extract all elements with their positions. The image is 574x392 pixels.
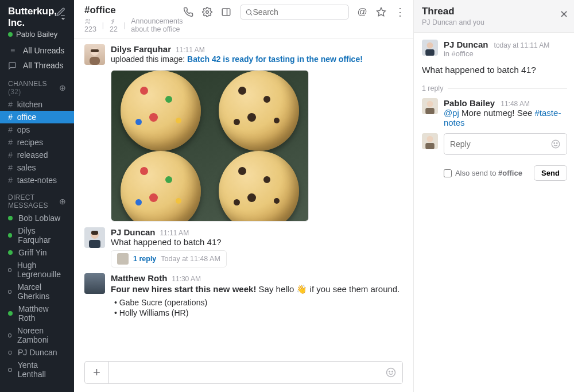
emoji-icon[interactable] [550, 139, 561, 149]
presence-offline-icon [8, 333, 11, 337]
close-icon[interactable]: ✕ [560, 8, 568, 21]
message: PJ Duncan 11:11 AM What happened to batc… [74, 225, 413, 271]
presence-offline-icon [8, 368, 12, 372]
dm-item[interactable]: Matthew Roth [0, 302, 74, 324]
attachment-link[interactable]: Batch 42 is ready for tasting in the new… [187, 55, 363, 64]
avatar [117, 253, 129, 265]
star-icon[interactable] [376, 7, 386, 17]
hash-icon: # [8, 125, 13, 134]
thread-channel-link[interactable]: #office [452, 49, 474, 58]
channel-title[interactable]: #office [84, 5, 183, 16]
thread-panel: Thread PJ Duncan and you ✕ PJ Duncan tod… [414, 0, 574, 392]
all-threads-button[interactable]: All Threads [0, 58, 74, 73]
avatar[interactable] [84, 44, 105, 65]
channel-item-ops[interactable]: #ops [0, 123, 74, 136]
dm-label: Yenta Lenthall [18, 360, 66, 379]
channel-label: taste-notes [17, 176, 57, 185]
dm-item[interactable]: Bob Loblaw [0, 212, 74, 224]
message-composer: + [74, 355, 413, 392]
dm-item[interactable]: Hugh Legrenouille [0, 259, 74, 281]
channel-label: released [17, 150, 48, 160]
message-text-bold: Four new hires start this new week! [111, 284, 256, 294]
channel-label: recipes [17, 138, 43, 147]
channel-item-released[interactable]: #released [0, 149, 74, 161]
also-send-checkbox[interactable]: Also send to #office [444, 169, 522, 177]
message-author[interactable]: Matthew Roth [111, 273, 167, 283]
hash-icon: # [8, 112, 13, 122]
dm-label: Bob Loblaw [18, 214, 60, 223]
attach-button[interactable]: + [84, 361, 108, 384]
members-count[interactable]: 223 [84, 17, 96, 33]
call-icon[interactable] [183, 7, 193, 17]
channel-item-sales[interactable]: #sales [0, 161, 74, 174]
main-column: #office 223 | 22 | Announcements about t… [74, 0, 414, 392]
message-author[interactable]: Dilys Farquhar [111, 44, 171, 54]
send-button[interactable]: Send [534, 165, 567, 181]
reply-text: More nutmeg! See [459, 108, 535, 118]
thread-root-text: What happened to batch 41? [422, 64, 567, 79]
hash-icon: # [8, 150, 13, 160]
dm-item[interactable]: Griff Yin [0, 246, 74, 259]
message-author[interactable]: PJ Duncan [111, 227, 156, 237]
hash-icon: # [8, 163, 13, 172]
thread-author[interactable]: PJ Duncan [444, 40, 488, 49]
image-attachment[interactable] [111, 70, 309, 222]
dm-item[interactable]: Marcel Gherkins [0, 281, 74, 302]
thread-title: Thread [422, 6, 567, 17]
panel-icon[interactable] [221, 7, 231, 17]
emoji-icon[interactable] [385, 367, 397, 378]
channel-item-recipes[interactable]: #recipes [0, 136, 74, 149]
dm-label: Griff Yin [18, 248, 47, 257]
avatar[interactable] [84, 227, 105, 248]
pins-count[interactable]: 22 [110, 17, 118, 33]
compose-icon[interactable] [56, 7, 66, 17]
channel-item-taste-notes[interactable]: #taste-notes [0, 174, 74, 187]
reply-input[interactable] [450, 139, 550, 149]
svg-point-24 [556, 143, 557, 144]
add-channel-icon[interactable]: ⊕ [59, 83, 66, 92]
hash-icon: # [8, 100, 13, 109]
bullet-item: Gabe Sucre (operations) [119, 298, 207, 307]
all-unreads-button[interactable]: ≡ All Unreads [0, 43, 74, 58]
dm-item[interactable]: Dilys Farquhar [0, 224, 74, 246]
reply-time: Today at 11:48 AM [161, 255, 220, 263]
avatar[interactable] [84, 273, 105, 294]
thread-root-message: PJ Duncan today at 11:11 AM in #office [422, 40, 567, 58]
mentions-icon[interactable]: @ [358, 6, 367, 18]
dm-item[interactable]: Noreen Zamboni [0, 324, 74, 346]
channel-item-office[interactable]: #office [0, 111, 74, 123]
search-field[interactable] [253, 7, 343, 17]
thread-time: today at 11:11 AM [494, 41, 550, 49]
svg-line-5 [250, 14, 252, 15]
also-send-input[interactable] [444, 169, 452, 177]
message-input-wrap[interactable] [108, 361, 403, 384]
avatar[interactable] [422, 40, 438, 56]
svg-point-23 [554, 143, 555, 144]
message-input[interactable] [115, 368, 385, 377]
search-input[interactable] [240, 5, 349, 20]
channel-topic[interactable]: Announcements about the office [131, 17, 183, 33]
gear-icon[interactable] [202, 7, 212, 17]
svg-rect-19 [425, 108, 435, 114]
reply-count: 1 reply [133, 255, 156, 263]
reply-input-wrap[interactable] [444, 133, 567, 155]
channels-section-header[interactable]: CHANNELS (32) ⊕ [0, 73, 74, 98]
dm-label: Matthew Roth [18, 304, 66, 323]
add-dm-icon[interactable]: ⊕ [59, 197, 66, 206]
avatar[interactable] [422, 98, 438, 114]
channel-label: office [17, 112, 36, 122]
svg-point-0 [86, 19, 88, 21]
dm-item[interactable]: PJ Duncan [0, 346, 74, 359]
svg-rect-11 [89, 240, 100, 248]
dm-item[interactable]: Yenta Lenthall [0, 359, 74, 381]
channel-label: kitchen [17, 100, 42, 109]
mention-link[interactable]: @pj [444, 108, 459, 118]
thread-reply-badge[interactable]: 1 reply Today at 11:48 AM [111, 250, 227, 267]
dms-section-header[interactable]: DIRECT MESSAGES ⊕ [0, 187, 74, 212]
workspace-header[interactable]: Butterkup, Inc. ⌄ Pablo Bailey [0, 0, 74, 43]
thread-compose [422, 133, 567, 155]
channel-item-kitchen[interactable]: #kitchen [0, 98, 74, 111]
reply-author[interactable]: Pablo Bailey [444, 98, 495, 108]
more-icon[interactable]: ⋮ [395, 6, 405, 18]
svg-rect-2 [222, 9, 230, 15]
